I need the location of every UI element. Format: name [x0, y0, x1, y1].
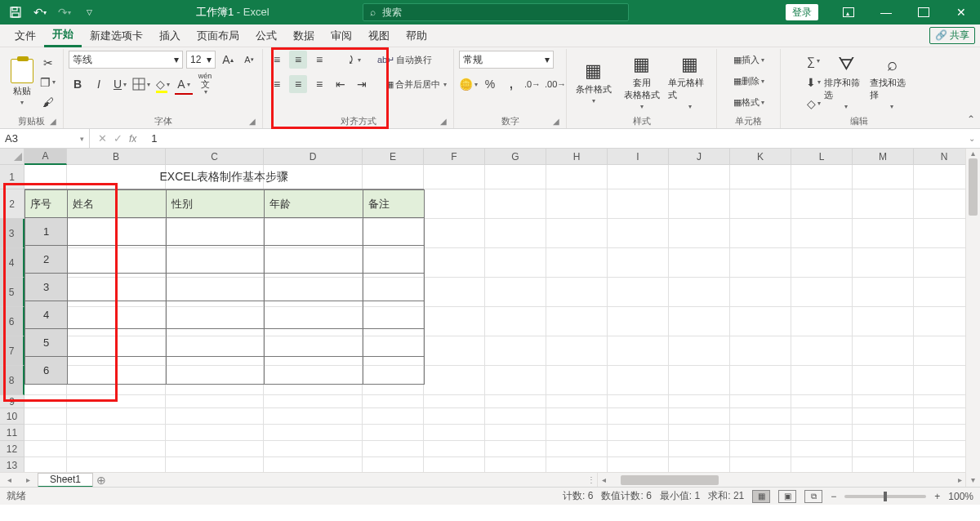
cell[interactable] — [853, 457, 914, 474]
table-cell[interactable] — [167, 329, 265, 357]
cell[interactable] — [669, 219, 730, 248]
cell[interactable] — [546, 425, 608, 441]
tab-insert[interactable]: 插入 — [151, 24, 189, 47]
cell[interactable] — [546, 336, 608, 366]
table-cell[interactable] — [265, 246, 363, 274]
cell[interactable] — [853, 366, 914, 395]
cell[interactable] — [546, 395, 608, 408]
vertical-scrollbar[interactable]: ▴ ▾ — [965, 149, 980, 487]
search-box[interactable]: ⌕ 搜索 — [363, 3, 629, 21]
cell[interactable] — [166, 425, 264, 441]
cell[interactable] — [546, 366, 608, 395]
table-cell[interactable] — [68, 246, 116, 274]
cell[interactable] — [264, 441, 363, 457]
wrap-text-button[interactable]: ab↵自动换行 — [377, 51, 432, 69]
cell[interactable] — [424, 441, 485, 457]
table-cell[interactable] — [167, 274, 265, 301]
zoom-in-button[interactable]: + — [934, 491, 940, 502]
table-cell[interactable] — [363, 218, 425, 246]
column-header-A[interactable]: A — [24, 149, 67, 165]
cell[interactable] — [264, 395, 363, 408]
tab-data[interactable]: 数据 — [285, 24, 323, 47]
row-header-1[interactable]: 1 — [0, 165, 24, 189]
table-cell[interactable] — [116, 246, 167, 274]
cell[interactable] — [853, 248, 914, 278]
table-cell[interactable] — [68, 329, 116, 357]
row-header-13[interactable]: 13 — [0, 457, 24, 474]
cell[interactable] — [546, 278, 608, 307]
font-launcher[interactable]: ◢ — [249, 117, 259, 127]
share-button[interactable]: 🔗 共享 — [929, 27, 975, 44]
login-button[interactable]: 登录 — [786, 4, 818, 20]
number-launcher[interactable]: ◢ — [553, 117, 563, 127]
table-cell[interactable]: 4 — [25, 301, 68, 329]
cell[interactable] — [608, 441, 669, 457]
grid[interactable]: ABCDEFGHIJKLMN 1234567891011121314 EXCEL… — [0, 149, 980, 487]
cell[interactable] — [166, 457, 264, 474]
view-pagebreak-button[interactable]: ⧉ — [804, 490, 822, 503]
cell[interactable] — [363, 408, 424, 425]
row-header-9[interactable]: 9 — [0, 395, 24, 408]
v-scroll-thumb[interactable] — [969, 158, 978, 216]
table-cell[interactable]: 5 — [25, 329, 68, 357]
add-sheet-button[interactable]: ⊕ — [93, 474, 109, 487]
cell[interactable] — [24, 457, 67, 474]
merge-center-button[interactable]: ▦合并后居中▾ — [385, 75, 447, 93]
cell[interactable] — [669, 425, 730, 441]
cell[interactable] — [485, 189, 546, 219]
table-cell[interactable] — [68, 218, 116, 246]
cell[interactable] — [791, 278, 853, 307]
cell[interactable] — [608, 336, 669, 366]
autosum-button[interactable]: ∑▾ — [804, 52, 822, 70]
table-cell[interactable] — [68, 274, 116, 301]
view-pagelayout-button[interactable]: ▣ — [778, 490, 796, 503]
copy-button[interactable]: ❐▾ — [39, 73, 57, 91]
table-cell[interactable] — [116, 274, 167, 301]
cell[interactable] — [730, 457, 791, 474]
cell[interactable] — [485, 408, 546, 425]
font-size-select[interactable]: 12▾ — [186, 51, 216, 69]
cell[interactable] — [730, 441, 791, 457]
cancel-formula-button[interactable]: ✕ — [98, 132, 107, 145]
format-as-table-button[interactable]: ▦套用 表格格式▾ — [617, 55, 666, 110]
cell[interactable] — [730, 219, 791, 248]
cell[interactable] — [669, 189, 730, 219]
cell[interactable] — [264, 408, 363, 425]
cell[interactable] — [363, 457, 424, 474]
cell[interactable] — [669, 395, 730, 408]
cell[interactable] — [853, 425, 914, 441]
cell[interactable] — [485, 278, 546, 307]
table-cell[interactable] — [363, 357, 425, 385]
cell[interactable] — [853, 165, 914, 189]
table-cell[interactable]: 6 — [25, 357, 68, 385]
cell[interactable] — [669, 457, 730, 474]
table-cell[interactable]: 1 — [25, 218, 68, 246]
row-header-11[interactable]: 11 — [0, 425, 24, 441]
number-format-select[interactable]: 常规▾ — [459, 51, 554, 69]
close-button[interactable]: ✕ — [942, 0, 980, 24]
cell[interactable] — [424, 189, 485, 219]
row-header-10[interactable]: 10 — [0, 408, 24, 425]
cell[interactable] — [669, 278, 730, 307]
tab-split-handle[interactable]: ⋮ — [585, 472, 598, 487]
cell[interactable] — [791, 307, 853, 336]
customize-qat-button[interactable]: ▽ — [78, 2, 100, 23]
table-cell[interactable] — [167, 357, 265, 385]
cell[interactable] — [730, 366, 791, 395]
cell[interactable] — [608, 395, 669, 408]
tab-new[interactable]: 新建选项卡 — [82, 24, 151, 47]
row-header-6[interactable]: 6 — [0, 307, 24, 336]
column-header-B[interactable]: B — [67, 149, 166, 165]
cell[interactable] — [24, 395, 67, 408]
cell[interactable] — [608, 278, 669, 307]
cell[interactable] — [853, 441, 914, 457]
cut-button[interactable]: ✂ — [39, 54, 57, 72]
insert-cells-button[interactable]: ▦ 插入▾ — [733, 51, 764, 69]
cell[interactable] — [485, 248, 546, 278]
cell[interactable] — [791, 408, 853, 425]
cell[interactable] — [669, 307, 730, 336]
cell[interactable] — [608, 165, 669, 189]
cell[interactable] — [853, 219, 914, 248]
tab-home[interactable]: 开始 — [44, 24, 82, 47]
table-cell[interactable]: 3 — [25, 274, 68, 301]
